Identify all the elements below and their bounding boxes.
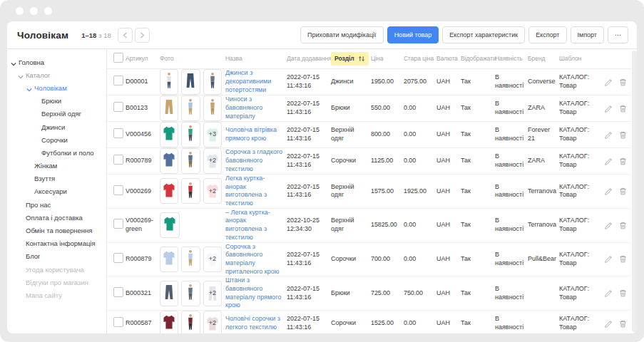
sidebar-item-store-reviews[interactable]: Відгуки про магазин (7, 276, 106, 289)
sidebar-item-men[interactable]: Чоловікам (7, 81, 106, 94)
sidebar-item-tshirts-polo[interactable]: Футболки и поло (7, 146, 106, 159)
sidebar-item-accessories[interactable]: Аксесуари (7, 185, 106, 198)
sidebar-item-user-agreement[interactable]: Угода користувача (7, 263, 106, 276)
product-name-link[interactable]: Сорочка з бавовняного матеріалу притален… (225, 243, 279, 275)
product-name-link[interactable]: Чиноси з бавовняного матеріалу (225, 95, 262, 119)
product-photo[interactable] (181, 95, 200, 121)
product-photo[interactable] (181, 69, 200, 95)
row-checkbox[interactable] (113, 102, 123, 112)
delete-icon[interactable] (618, 130, 628, 140)
product-photo[interactable] (181, 311, 200, 333)
edit-icon[interactable] (604, 289, 613, 298)
product-photo[interactable] (160, 122, 178, 147)
delete-icon[interactable] (618, 254, 628, 264)
product-photo[interactable] (160, 281, 178, 306)
product-photo[interactable] (160, 178, 178, 204)
export-button[interactable]: Експорт (528, 26, 566, 43)
delete-icon[interactable] (618, 157, 628, 166)
column-header-old-price[interactable]: Стара ціна (404, 55, 436, 63)
edit-icon[interactable] (604, 187, 613, 196)
product-photo[interactable] (203, 69, 222, 95)
delete-icon[interactable] (618, 104, 628, 113)
column-header-photo[interactable]: Фото (160, 55, 225, 63)
row-checkbox[interactable] (113, 253, 123, 263)
column-header-section[interactable]: Розділ (331, 52, 371, 66)
product-photo[interactable] (181, 122, 200, 147)
row-checkbox[interactable] (113, 317, 123, 327)
row-checkbox[interactable] (113, 219, 123, 229)
delete-icon[interactable] (618, 319, 628, 328)
sidebar-item-jeans[interactable]: Джинси (7, 120, 106, 133)
sidebar-item-shoes[interactable]: Взуття (7, 172, 106, 185)
row-checkbox[interactable] (113, 185, 123, 195)
column-header-currency[interactable]: Валюта (436, 55, 461, 63)
hide-modifications-button[interactable]: Приховати модифікації (300, 26, 384, 43)
sidebar-item-contact-info[interactable]: Контактна інформація (7, 237, 106, 250)
column-header-template[interactable]: Шаблон (559, 55, 603, 63)
column-header-price[interactable]: Ціна (371, 55, 404, 63)
row-checkbox[interactable] (113, 287, 123, 297)
pagination-next-button[interactable] (135, 28, 150, 43)
delete-icon[interactable] (618, 221, 628, 230)
sidebar-item-women[interactable]: Жінкам (7, 160, 106, 172)
row-checkbox[interactable] (113, 76, 123, 86)
edit-icon[interactable] (604, 319, 613, 328)
more-photos-badge[interactable]: +3 (203, 122, 222, 147)
product-name-link[interactable]: – Легка куртка-анорак виготовлена з текс… (225, 209, 270, 241)
sidebar-item-home[interactable]: Головна (7, 56, 106, 68)
column-header-name[interactable]: Назва (225, 55, 287, 63)
sidebar-item-shirts[interactable]: Сорочки (7, 133, 106, 146)
product-photo[interactable] (203, 95, 222, 121)
table-scrollbar[interactable] (632, 51, 637, 332)
product-photo[interactable] (160, 247, 178, 272)
import-button[interactable]: Імпорт (571, 26, 605, 43)
sort-arrows-icon[interactable] (358, 56, 365, 62)
product-photo[interactable] (160, 95, 178, 121)
delete-icon[interactable] (618, 289, 628, 298)
column-header-sku[interactable]: Артикул (126, 55, 160, 63)
product-photo[interactable] (160, 311, 178, 333)
product-photo[interactable] (160, 212, 180, 238)
product-photo[interactable] (181, 281, 200, 306)
product-photo[interactable] (181, 148, 200, 174)
export-characteristics-button[interactable]: Експорт характеристик (442, 26, 525, 43)
column-header-date-added[interactable]: Дата додавання (287, 55, 331, 63)
sidebar-item-payment-delivery[interactable]: Оплата і доставка (7, 211, 106, 224)
sidebar-item-exchange-return[interactable]: Обмін та повернення (7, 224, 106, 237)
sidebar-item-blog[interactable]: Блог (7, 250, 106, 263)
edit-icon[interactable] (604, 254, 613, 264)
new-product-button[interactable]: Новий товар (387, 26, 439, 43)
product-photo[interactable] (160, 148, 178, 174)
product-photo[interactable] (160, 69, 178, 95)
delete-icon[interactable] (618, 187, 628, 196)
product-name-link[interactable]: Чоловіча вітрівка прямого крою (225, 126, 277, 142)
pagination-prev-button[interactable] (118, 28, 133, 43)
window-dot-3[interactable] (44, 7, 52, 15)
delete-icon[interactable] (618, 78, 628, 87)
product-name-link[interactable]: Чоловічі сорочки з легкого текстилю (225, 315, 280, 331)
product-name-link[interactable]: Джинси з декоративними потертостями (225, 69, 271, 93)
column-header-availability[interactable]: Наявність (495, 55, 528, 63)
edit-icon[interactable] (604, 130, 613, 140)
more-photos-badge[interactable]: +2 (203, 247, 222, 272)
column-header-brand[interactable]: Бренд (528, 55, 559, 63)
edit-icon[interactable] (604, 157, 613, 166)
sidebar-item-about-us[interactable]: Про нас (7, 198, 106, 211)
product-name-link[interactable]: Легка куртка-анорак виготовлена з тексти… (225, 175, 267, 207)
more-photos-badge[interactable]: +2 (203, 281, 222, 306)
product-name-link[interactable]: Штани з бавовняного матеріалу прямого кр… (225, 276, 281, 309)
edit-icon[interactable] (604, 104, 613, 113)
more-actions-button[interactable]: ⋯ (608, 26, 628, 43)
product-photo[interactable] (181, 247, 200, 272)
sidebar-item-trousers[interactable]: Брюки (7, 95, 106, 108)
column-header-display[interactable]: Відображати (461, 55, 495, 63)
window-dot-2[interactable] (30, 7, 38, 15)
product-photo[interactable] (181, 178, 200, 204)
row-checkbox[interactable] (113, 128, 123, 138)
sidebar-item-catalog[interactable]: Каталог (7, 68, 106, 81)
select-all-checkbox[interactable] (113, 53, 123, 63)
sidebar-item-sitemap[interactable]: Мапа сайту (7, 289, 106, 301)
sidebar-item-outerwear[interactable]: Верхній одяг (7, 108, 106, 120)
row-checkbox[interactable] (113, 155, 123, 165)
more-photos-badge[interactable]: +2 (203, 311, 222, 333)
